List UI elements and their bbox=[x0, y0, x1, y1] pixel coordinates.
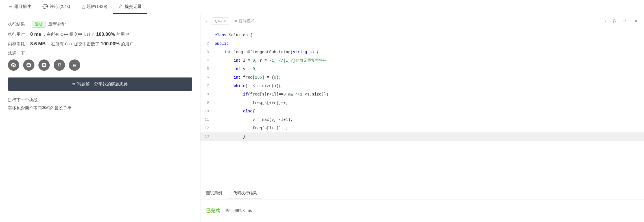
code-line-3: 3 int lengthOfLongestSubstring(string s)… bbox=[200, 48, 644, 56]
code-line-6: 6 int freq[256] = {0}; bbox=[200, 73, 644, 82]
code-line-4: 4 int l = 0, r = -1; //[l,r]存放无重复字符串 bbox=[200, 56, 644, 65]
chevron-down-icon: ▾ bbox=[224, 19, 226, 23]
smart-mode-toggle[interactable]: 智能模式 bbox=[232, 17, 257, 25]
braces-icon[interactable]: {} bbox=[611, 17, 618, 25]
next-challenge-label: 进行下一个挑战: bbox=[8, 97, 192, 103]
tab-solutions[interactable]: △ 题解(1439) bbox=[76, 0, 113, 14]
right-panel: i C++ ▾ 智能模式 i {} ↺ ✕ 1 class Solution {… bbox=[200, 14, 644, 222]
left-panel: 执行结果： 通过 显示详情 › 执行用时： 0 ms ，在所有 C++ 提交中击… bbox=[0, 14, 200, 222]
tab-comments[interactable]: 💬 评论 (2.4k) bbox=[37, 0, 76, 14]
qq-icon[interactable] bbox=[38, 59, 50, 71]
lang-info-icon: i bbox=[204, 18, 209, 25]
code-editor[interactable]: 1 class Solution { 2 public: 3 int lengt… bbox=[200, 28, 644, 188]
time-value: 0 ms bbox=[30, 32, 41, 37]
tab-exec-result[interactable]: 代码执行结果 bbox=[228, 188, 263, 199]
mem-percent: 100.00% bbox=[101, 41, 119, 47]
time-label: 执行用时： bbox=[8, 32, 29, 37]
time-suffix2: 的用户 bbox=[116, 32, 129, 37]
challenge-title[interactable]: 至多包含两个不同字符的最长子串 bbox=[8, 106, 192, 111]
code-line-11: 11 v = max(v,r-l+1); bbox=[200, 116, 644, 124]
code-line-7: 7 while(l < s.size()){ bbox=[200, 82, 644, 90]
status-badge: 通过 bbox=[32, 21, 45, 28]
mem-suffix1: ，在所有 C++ 提交中击败了 bbox=[47, 41, 100, 47]
tab-testcase[interactable]: 测试用例 bbox=[200, 188, 228, 199]
main-content: 执行结果： 通过 显示详情 › 执行用时： 0 ms ，在所有 C++ 提交中击… bbox=[0, 14, 644, 222]
description-icon: ☰ bbox=[8, 4, 12, 9]
tab-bar: ☰ 题目描述 💬 评论 (2.4k) △ 题解(1439) ⏱ 提交记录 bbox=[0, 0, 644, 14]
solutions-icon: △ bbox=[82, 4, 85, 9]
tab-submissions[interactable]: ⏱ 提交记录 bbox=[113, 0, 147, 14]
completed-label: 已完成 bbox=[206, 208, 220, 214]
weibo-icon[interactable] bbox=[23, 59, 34, 71]
mem-stat-row: 内存消耗： 8.6 MB ，在所有 C++ 提交中击败了 100.00% 的用户 bbox=[8, 41, 192, 47]
bottom-panel: 已完成 执行用时: 0 ms bbox=[200, 199, 644, 222]
mem-suffix2: 的用户 bbox=[121, 41, 134, 47]
submissions-icon: ⏱ bbox=[119, 4, 123, 9]
comments-icon: 💬 bbox=[42, 4, 48, 9]
mem-label: 内存消耗： bbox=[8, 41, 29, 47]
code-line-12: 12 freq[s[l++]]--; bbox=[200, 124, 644, 132]
code-line-9: 9 freq[s[++r]]++; bbox=[200, 99, 644, 107]
social-icons: 豆 in bbox=[8, 59, 192, 71]
linkedin-icon[interactable]: in bbox=[69, 59, 80, 71]
time-suffix1: ，在所有 C++ 提交中击败了 bbox=[42, 32, 95, 37]
code-line-13: 13 } bbox=[200, 132, 644, 141]
write-solution-button[interactable]: ✏ 写题解，分享我的解题思路 bbox=[8, 77, 192, 91]
shine-label: 炫耀一下： bbox=[8, 51, 192, 56]
editor-toolbar: i C++ ▾ 智能模式 i {} ↺ ✕ bbox=[200, 14, 644, 28]
language-selector[interactable]: C++ ▾ bbox=[212, 17, 229, 25]
smart-mode-dot bbox=[235, 20, 237, 22]
time-percent: 100.00% bbox=[96, 32, 115, 37]
toolbar-info-icon[interactable]: i bbox=[603, 18, 608, 25]
mem-value: 8.6 MB bbox=[30, 41, 46, 47]
undo-icon[interactable]: ↺ bbox=[621, 17, 629, 25]
exec-time-label: 执行用时: 0 ms bbox=[225, 208, 252, 213]
tab-description[interactable]: ☰ 题目描述 bbox=[3, 0, 37, 14]
code-line-8: 8 if(freq[s[r+1]]==0 && r+1 <s.size()) bbox=[200, 90, 644, 99]
code-line-2: 2 public: bbox=[200, 39, 644, 48]
result-row: 执行结果： 通过 显示详情 › bbox=[8, 21, 192, 28]
bottom-tabs: 测试用例 代码执行结果 bbox=[200, 188, 644, 199]
douban-icon[interactable]: 豆 bbox=[54, 59, 65, 71]
detail-link[interactable]: 显示详情 › bbox=[48, 22, 67, 27]
code-line-5: 5 int v = 0; bbox=[200, 65, 644, 73]
left-scroll[interactable]: 执行结果： 通过 显示详情 › 执行用时： 0 ms ，在所有 C++ 提交中击… bbox=[0, 14, 200, 222]
code-line-10: 10 else{ bbox=[200, 107, 644, 116]
wechat-icon[interactable] bbox=[8, 59, 19, 71]
close-icon[interactable]: ✕ bbox=[632, 17, 640, 25]
time-stat-row: 执行用时： 0 ms ，在所有 C++ 提交中击败了 100.00% 的用户 bbox=[8, 32, 192, 37]
code-line-1: 1 class Solution { bbox=[200, 31, 644, 39]
result-label: 执行结果： bbox=[8, 22, 29, 27]
